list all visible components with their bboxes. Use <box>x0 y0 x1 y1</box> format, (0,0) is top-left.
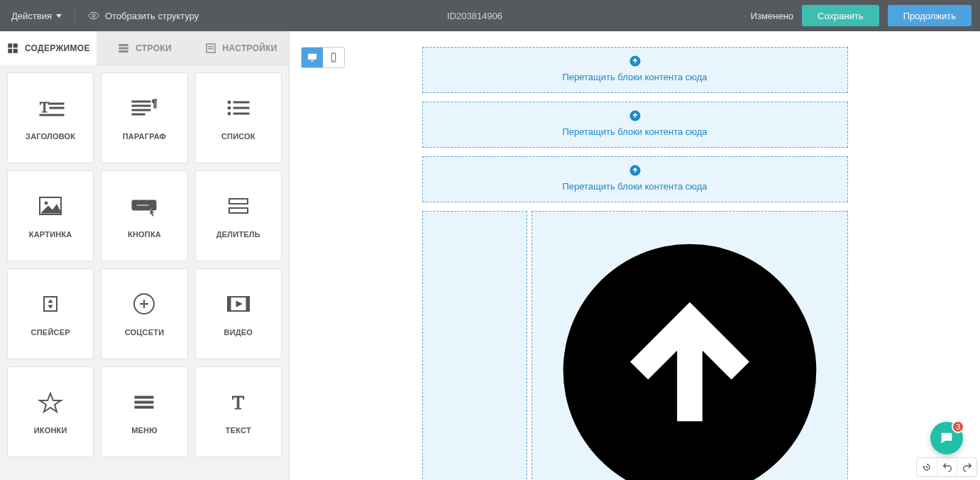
drop-zone[interactable]: Перетащить блоки контента сюда <box>422 156 848 202</box>
drop-zone[interactable]: Перетащить блоки контента сюда <box>422 102 848 148</box>
undo-button[interactable] <box>937 458 957 476</box>
svg-rect-23 <box>233 107 249 109</box>
drop-zone[interactable]: Перетащить блоки контента сюда <box>422 47 848 93</box>
block-label: ЗАГОЛОВОК <box>26 132 75 141</box>
save-button[interactable]: Сохранить <box>802 5 879 26</box>
left-panel: СОДЕРЖИМОЕ СТРОКИ НАСТРОЙКИ T ЗАГОЛОВОК … <box>0 31 290 480</box>
svg-rect-29 <box>136 204 149 206</box>
tab-content[interactable]: СОДЕРЖИМОЕ <box>0 31 97 65</box>
redo-button[interactable] <box>957 458 976 476</box>
list-icon <box>222 95 255 121</box>
block-label: СПИСОК <box>221 132 255 141</box>
tab-settings[interactable]: НАСТРОЙКИ <box>192 31 289 65</box>
block-social[interactable]: СОЦСЕТИ <box>101 268 187 359</box>
block-paragraph[interactable]: ¶ ПАРАГРАФ <box>101 72 187 163</box>
svg-rect-12 <box>50 103 64 104</box>
svg-rect-1 <box>8 43 12 48</box>
svg-rect-43 <box>308 54 316 60</box>
svg-rect-39 <box>135 396 153 398</box>
svg-rect-13 <box>50 107 64 109</box>
svg-rect-14 <box>40 114 64 116</box>
arrow-up-circle-icon <box>629 55 642 67</box>
svg-rect-18 <box>132 114 145 115</box>
menu-icon <box>128 389 160 415</box>
history-controls <box>916 457 977 477</box>
block-image[interactable]: КАРТИНКА <box>7 170 94 261</box>
block-video[interactable]: ВИДЕО <box>195 268 282 359</box>
actions-dropdown[interactable]: Действия <box>11 11 62 21</box>
rows-icon <box>117 42 130 55</box>
svg-rect-6 <box>119 47 128 49</box>
tab-content-label: СОДЕРЖИМОЕ <box>25 43 90 53</box>
grid-icon <box>6 42 19 55</box>
svg-rect-44 <box>311 60 314 61</box>
svg-rect-41 <box>135 406 153 408</box>
svg-rect-32 <box>44 297 57 311</box>
svg-text:¶: ¶ <box>152 97 158 109</box>
block-label: КАРТИНКА <box>29 230 72 239</box>
svg-rect-3 <box>8 48 12 53</box>
tab-settings-label: НАСТРОЙКИ <box>223 43 277 53</box>
svg-text:T: T <box>232 391 244 413</box>
block-spacer[interactable]: СПЕЙСЕР <box>7 268 94 359</box>
svg-rect-37 <box>228 297 231 311</box>
top-toolbar: Действия Отобразить структуру ID20381490… <box>0 0 980 31</box>
settings-icon <box>204 42 217 55</box>
editor-canvas: Перетащить блоки контента сюда Перетащит… <box>422 47 848 480</box>
block-divider[interactable]: ДЕЛИТЕЛЬ <box>195 170 282 261</box>
svg-rect-30 <box>229 199 248 204</box>
block-icons[interactable]: ИКОНКИ <box>7 366 94 457</box>
show-structure-toggle[interactable]: Отобразить структуру <box>88 10 199 21</box>
svg-rect-31 <box>229 208 248 213</box>
drop-label: Перетащить блоки контента сюда <box>429 181 842 192</box>
history-button[interactable] <box>917 458 937 476</box>
svg-rect-9 <box>208 46 214 48</box>
video-icon <box>222 291 255 317</box>
tab-rows-label: СТРОКИ <box>136 43 172 53</box>
device-desktop-button[interactable] <box>302 48 323 67</box>
block-label: МЕНЮ <box>131 426 158 435</box>
svg-rect-38 <box>246 297 249 311</box>
svg-rect-4 <box>13 48 18 53</box>
svg-text:T: T <box>40 98 50 116</box>
block-text[interactable]: T ТЕКСТ <box>195 366 282 457</box>
block-label: ДЕЛИТЕЛЬ <box>216 230 260 239</box>
block-button[interactable]: КНОПКА <box>101 170 187 261</box>
block-list[interactable]: СПИСОК <box>195 72 282 163</box>
tab-rows[interactable]: СТРОКИ <box>97 31 193 65</box>
blocks-grid: T ЗАГОЛОВОК ¶ ПАРАГРАФ СПИСОК КАРТИНКА <box>0 65 289 480</box>
drop-label: Перетащить блоки контента сюда <box>429 126 842 137</box>
button-icon <box>128 193 160 219</box>
block-label: СОЦСЕТИ <box>125 328 165 337</box>
continue-button[interactable]: Продолжить <box>888 5 971 26</box>
drop-zone-col[interactable]: Перетащить блоки контента сюда <box>532 211 848 480</box>
divider-icon <box>222 193 255 219</box>
arrow-up-circle-icon <box>629 109 642 122</box>
drop-zone-col[interactable] <box>422 211 527 480</box>
svg-rect-17 <box>132 109 150 111</box>
chat-launcher[interactable]: 3 <box>930 422 963 454</box>
device-mobile-button[interactable] <box>323 48 344 67</box>
show-structure-label: Отобразить структуру <box>105 11 199 21</box>
drop-zone-row: Перетащить блоки контента сюда <box>422 211 848 480</box>
document-id: ID203814906 <box>199 11 750 21</box>
paragraph-icon: ¶ <box>128 95 160 121</box>
text-icon: T <box>222 389 255 415</box>
svg-rect-25 <box>233 113 249 114</box>
block-label: КНОПКА <box>128 230 161 239</box>
device-switcher <box>301 47 345 68</box>
chat-badge: 3 <box>952 420 964 433</box>
svg-rect-16 <box>132 105 150 107</box>
save-status: Изменено <box>751 11 793 21</box>
svg-rect-15 <box>132 101 150 102</box>
svg-point-27 <box>45 202 48 204</box>
svg-point-0 <box>92 14 95 17</box>
svg-rect-40 <box>135 401 153 403</box>
social-icon <box>128 291 160 317</box>
toolbar-separator <box>75 7 75 24</box>
svg-rect-7 <box>119 50 128 53</box>
image-icon <box>34 193 67 219</box>
svg-point-46 <box>333 60 334 60</box>
block-menu[interactable]: МЕНЮ <box>101 366 187 457</box>
block-heading[interactable]: T ЗАГОЛОВОК <box>7 72 94 163</box>
